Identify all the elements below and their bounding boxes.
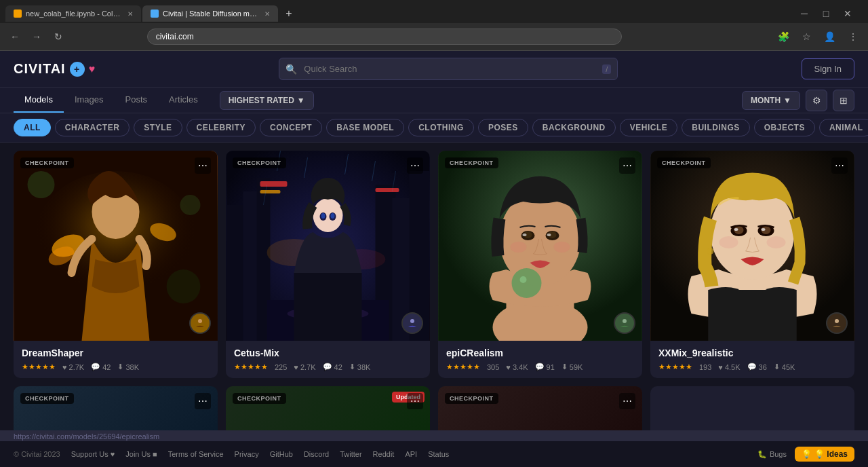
card2-rating-count: 225 <box>275 363 287 371</box>
search-shortcut: / <box>602 64 611 74</box>
layout-icon-button[interactable]: ⊞ <box>833 90 854 111</box>
tab-models[interactable]: Models <box>14 88 64 113</box>
search-input[interactable] <box>279 58 618 80</box>
card4-name: XXMix_9realistic <box>658 348 846 358</box>
card4-comments: 💬 36 <box>747 362 767 371</box>
card3-stars: ★★★★★ <box>446 362 480 371</box>
svg-point-6 <box>28 171 55 198</box>
tab-1[interactable]: new_colab_file.ipynb - Colabora... ✕ <box>5 5 141 22</box>
card-image-dreamshaper: CHECKPOINT ⋯ <box>14 151 218 341</box>
cat-style[interactable]: STYLE <box>134 119 182 136</box>
model-card-xxmix[interactable]: CHECKPOINT ⋯ XXMix_9realistic ★★★★★ 193 … <box>650 151 854 378</box>
cat-character[interactable]: CHARACTER <box>55 119 130 136</box>
card4-stats: ★★★★★ 193 ♥ 4.5K 💬 36 ⬇ 45K <box>658 362 846 371</box>
card2-likes: ♥ 2.7K <box>294 363 315 371</box>
model-card-cetusmix[interactable]: CHECKPOINT ⋯ Cetus-Mix ★★★★★ 225 ♥ 2.7K … <box>226 151 430 378</box>
filter-label: HIGHEST RATED <box>229 96 294 105</box>
tab-images[interactable]: Images <box>64 88 115 113</box>
cat-clothing[interactable]: CLOTHING <box>408 119 474 136</box>
close-button[interactable]: ✕ <box>838 4 857 23</box>
card1-avatar <box>189 312 211 334</box>
cat-animal[interactable]: ANIMAL <box>819 119 868 136</box>
github-link[interactable]: GitHub <box>270 450 293 458</box>
card2-comments: 💬 42 <box>323 362 342 371</box>
bottom-card2-badge: CHECKPOINT <box>233 393 286 404</box>
card2-stars: ★★★★★ <box>234 362 268 371</box>
card3-avatar <box>614 312 635 334</box>
new-tab-button[interactable]: + <box>279 4 298 23</box>
privacy-link[interactable]: Privacy <box>235 450 259 458</box>
model-card-dreamshaper[interactable]: CHECKPOINT ⋯ DreamShaper ★★★★★ ♥ 2.7K 💬 … <box>14 151 218 378</box>
card2-downloads: ⬇ 38K <box>349 362 371 371</box>
tab-articles[interactable]: Articles <box>158 88 209 113</box>
card1-stats: ★★★★★ ♥ 2.7K 💬 42 ⬇ 38K <box>22 362 210 371</box>
nav-right: MONTH ▼ ⚙ ⊞ <box>742 90 854 111</box>
card4-likes: ♥ 4.5K <box>718 363 740 371</box>
svg-point-64 <box>719 236 738 248</box>
month-filter[interactable]: MONTH ▼ <box>742 91 800 110</box>
cat-poses[interactable]: POSES <box>478 119 528 136</box>
bottom-card3-menu[interactable]: ⋯ <box>619 393 635 409</box>
minimize-button[interactable]: ─ <box>795 4 814 23</box>
support-us-link[interactable]: Support Us ♥ <box>71 450 115 458</box>
cat-background[interactable]: BACKGROUND <box>532 119 616 136</box>
card3-menu[interactable]: ⋯ <box>619 157 635 174</box>
status-link[interactable]: Status <box>428 450 449 458</box>
tab-2-title: Civitai | Stable Diffusion models... <box>163 10 260 18</box>
svg-point-46 <box>523 234 527 236</box>
bookmark-icon[interactable]: ☆ <box>797 27 816 46</box>
api-link[interactable]: API <box>405 450 417 458</box>
address-bar: ← → ↻ 🧩 ☆ 👤 ⋮ <box>0 23 868 50</box>
profile-icon[interactable]: 👤 <box>821 27 840 46</box>
tab-posts[interactable]: Posts <box>115 88 159 113</box>
twitter-link[interactable]: Twitter <box>340 450 361 458</box>
highest-rated-filter[interactable]: HIGHEST RATED ▼ <box>220 91 314 110</box>
tab-1-close[interactable]: ✕ <box>127 10 133 18</box>
svg-point-28 <box>321 213 326 219</box>
svg-point-47 <box>547 234 551 236</box>
maximize-button[interactable]: □ <box>816 4 835 23</box>
tab-2[interactable]: Civitai | Stable Diffusion models... ✕ <box>142 5 278 22</box>
menu-icon[interactable]: ⋮ <box>844 27 863 46</box>
refresh-button[interactable]: ↻ <box>49 27 68 46</box>
sign-in-button[interactable]: Sign In <box>802 58 854 79</box>
site-logo[interactable]: CIVITAI + ♥ <box>14 61 96 77</box>
join-us-link[interactable]: Join Us ■ <box>125 450 157 458</box>
bottom-card1-menu[interactable]: ⋯ <box>195 393 211 409</box>
download-icon: ⬇ <box>349 362 355 371</box>
cat-all[interactable]: ALL <box>14 119 51 136</box>
card3-rating-count: 305 <box>487 363 499 371</box>
cat-buildings[interactable]: BUILDINGS <box>682 119 750 136</box>
card4-avatar <box>826 312 848 334</box>
reddit-link[interactable]: Reddit <box>373 450 395 458</box>
extensions-icon[interactable]: 🧩 <box>774 27 793 46</box>
bug-icon: 🐛 <box>757 450 767 459</box>
address-input[interactable] <box>147 29 622 45</box>
status-url: https://civitai.com/models/25694/epicrea… <box>14 432 159 441</box>
logo-plus-button[interactable]: + <box>70 62 85 77</box>
discord-link[interactable]: Discord <box>304 450 329 458</box>
terms-link[interactable]: Terms of Service <box>168 450 224 458</box>
dreamshaper-artwork <box>14 151 218 341</box>
card4-badge: CHECKPOINT <box>657 157 711 168</box>
logo-heart-icon[interactable]: ♥ <box>89 63 96 75</box>
forward-button[interactable]: → <box>27 27 46 46</box>
cat-celebrity[interactable]: CELEBRITY <box>186 119 256 136</box>
cat-objects[interactable]: OBJECTS <box>754 119 815 136</box>
model-card-epicrealism[interactable]: CHECKPOINT ⋯ epiCRealism ★★★★★ 305 ♥ 3.4… <box>438 151 642 378</box>
card1-menu[interactable]: ⋯ <box>195 157 211 174</box>
comment-icon: 💬 <box>747 362 757 371</box>
bugs-button[interactable]: 🐛 Bugs <box>757 450 787 459</box>
card2-menu[interactable]: ⋯ <box>407 157 423 174</box>
tab-2-close[interactable]: ✕ <box>264 10 270 18</box>
svg-point-24 <box>313 198 343 232</box>
svg-point-63 <box>707 248 714 255</box>
card4-menu[interactable]: ⋯ <box>831 157 848 174</box>
cat-base-model[interactable]: BASE MODEL <box>326 119 404 136</box>
filter-icon-button[interactable]: ⚙ <box>806 90 827 111</box>
cat-vehicle[interactable]: VEHICLE <box>620 119 678 136</box>
back-button[interactable]: ← <box>5 27 24 46</box>
ideas-button[interactable]: 💡 💡 Ideas <box>795 447 854 462</box>
cat-concept[interactable]: CONCEPT <box>260 119 322 136</box>
bottom-card2-menu[interactable]: ⋯ <box>407 393 423 409</box>
